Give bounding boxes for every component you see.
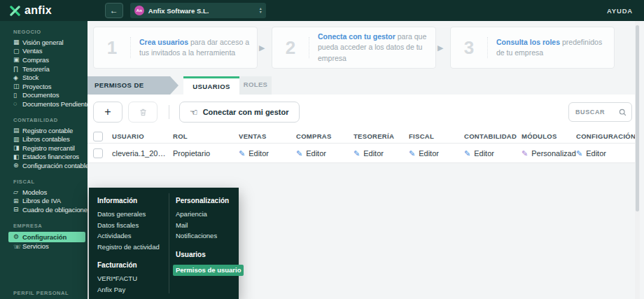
configuration-context-menu: Información Datos generales Datos fiscal…: [89, 188, 239, 299]
edit-pencil-icon[interactable]: ✎: [464, 149, 470, 158]
step-text: Conecta con tu gestor para que pueda acc…: [309, 32, 435, 64]
menu-item-datos-generales[interactable]: Datos generales: [97, 209, 169, 220]
sidebar-item-label: Compras: [22, 56, 49, 64]
sidebar-item-compras[interactable]: ▣ Compras: [0, 55, 88, 64]
pending-circle-icon: ◌: [13, 100, 22, 107]
sidebar-item-modelos[interactable]: ▱ Modelos: [0, 188, 88, 197]
search-input[interactable]: [574, 108, 619, 116]
sidebar-item-label: Visión general: [22, 39, 64, 46]
edit-pencil-icon[interactable]: ✎: [576, 149, 582, 158]
edit-pencil-icon[interactable]: ✎: [296, 149, 302, 158]
sidebar-item-label: Configuración contable: [22, 162, 88, 169]
section-header: NEGOCIO: [0, 27, 88, 38]
company-selector[interactable]: An Anfix Software S.L. ▴ ▾: [130, 3, 266, 18]
select-all-checkbox[interactable]: [93, 132, 103, 141]
obligations-icon: ⊟: [13, 206, 22, 213]
add-user-button[interactable]: +: [93, 102, 122, 123]
trash-icon: [139, 108, 148, 117]
sidebar-item-configuracion-contable[interactable]: ⊛ Configuración contable: [0, 161, 88, 170]
sidebar-item-documentos[interactable]: ▯ Documentos: [0, 91, 88, 100]
back-button[interactable]: ←: [105, 3, 123, 18]
sidebar-item-label: Ventas: [22, 47, 42, 55]
menu-item-verifactu[interactable]: VERI*FACTU: [97, 273, 169, 284]
sidebar-item-ventas[interactable]: ▢ Ventas: [0, 47, 88, 56]
sidebar-item-label: Registro contable: [22, 127, 73, 134]
connect-gestor-label: Conectar con mi gestor: [203, 108, 289, 116]
sidebar-item-label: Tesorería: [22, 65, 50, 73]
sidebar-nav: NEGOCIO ▦ Visión general ▢ Ventas ▣ Comp…: [0, 21, 88, 299]
delete-user-button[interactable]: [128, 102, 158, 123]
menu-item-actividades[interactable]: Actividades: [97, 230, 169, 242]
models-icon: ▱: [13, 188, 22, 195]
step-number: 3: [451, 37, 487, 59]
cell-tesoreria: ✎ Editor: [354, 149, 409, 158]
menu-item-registro-de-actividad[interactable]: Registro de actividad: [97, 242, 169, 253]
sidebar-item-label: Documentos: [22, 91, 59, 99]
menu-item-mail[interactable]: Mail: [176, 220, 244, 231]
cell-fiscal: ✎ Editor: [409, 149, 464, 158]
anfix-app-window: anfix ← An Anfix Software S.L. ▴ ▾ AYUDA…: [0, 0, 644, 299]
document-icon: ▯: [13, 92, 22, 99]
step-number: 1: [94, 37, 130, 59]
sidebar-item-registro-contable[interactable]: ▤ Registro contable: [0, 126, 88, 135]
menu-header-usuarios: Usuarios: [176, 251, 244, 258]
cell-compras: ✎ Editor: [296, 149, 354, 158]
help-link[interactable]: AYUDA: [607, 7, 644, 15]
overview-grid-icon: ▦: [13, 39, 22, 46]
permission-value: Personalizado: [531, 149, 576, 158]
menu-item-permisos-de-usuario[interactable]: Permisos de usuario: [173, 265, 244, 276]
package-icon: ◈: [13, 74, 22, 81]
step-link-conecta-gestor[interactable]: Conecta con tu gestor: [318, 32, 396, 41]
connect-gestor-button[interactable]: ☜ Conectar con mi gestor: [179, 102, 300, 123]
step-link-crea-usuarios[interactable]: Crea usuarios: [139, 38, 188, 46]
sidebar-item-configuracion[interactable]: ⚙ Configuración: [8, 232, 85, 242]
bank-icon: ∏: [13, 65, 22, 72]
sidebar-item-stock[interactable]: ◈ Stock: [0, 73, 88, 82]
sidebar-item-servicios[interactable]: ☏ Servicios: [0, 242, 88, 251]
column-header-usuario: USUARIO: [112, 132, 173, 140]
column-header-ventas: VENTAS: [239, 132, 296, 140]
edit-pencil-icon[interactable]: ✎: [239, 149, 245, 158]
books-icon: ▥: [13, 136, 22, 143]
sidebar-item-registro-mercantil[interactable]: ◨ Registro mercantil: [0, 144, 88, 153]
menu-column-2: Personalización Apariencia Mail Notifica…: [169, 193, 244, 293]
vat-books-icon: ⊞: [13, 197, 22, 204]
company-name: Anfix Software S.L.: [148, 7, 255, 15]
breadcrumb-permisos-de-usuarios: PERMISOS DE USUARIOS: [88, 76, 178, 95]
back-arrow-icon: ←: [110, 6, 118, 15]
column-header-configuracion: CONFIGURACIÓN: [576, 132, 635, 140]
menu-item-notificaciones[interactable]: Notificaciones: [176, 230, 244, 242]
sidebar-item-libros-de-iva[interactable]: ⊞ Libros de IVA: [0, 196, 88, 205]
section-header: PERFIL PERSONAL: [0, 288, 88, 299]
section-header: EMPRESA: [0, 221, 88, 232]
sidebar-item-cuadro-de-obligaciones[interactable]: ⊟ Cuadro de obligaciones: [0, 205, 88, 214]
sidebar-item-libros-contables[interactable]: ▥ Libros contables: [0, 134, 88, 144]
menu-item-apariencia[interactable]: Apariencia: [176, 209, 244, 220]
logo-text: anfix: [24, 4, 52, 17]
column-header-rol: ROL: [173, 132, 239, 140]
sidebar-item-vision-general[interactable]: ▦ Visión general: [0, 38, 88, 47]
cell-modulos: ✎ Personalizado: [522, 149, 576, 158]
menu-item-anfix-pay[interactable]: Anfix Pay: [97, 284, 169, 295]
sidebar-item-proyectos[interactable]: ◫ Proyectos: [0, 82, 88, 91]
tab-roles[interactable]: ROLES: [239, 76, 272, 95]
services-icon: ☏: [13, 243, 22, 250]
edit-pencil-icon[interactable]: ✎: [354, 149, 360, 158]
permission-value: Editor: [474, 149, 494, 158]
step-link-consulta-roles[interactable]: Consulta los roles: [496, 38, 560, 46]
step-text: Consulta los roles predefinidos de tu em…: [488, 37, 614, 58]
scrollbar-thumb[interactable]: [636, 25, 639, 211]
permission-value: Editor: [586, 149, 606, 158]
column-header-fiscal: FISCAL: [409, 132, 464, 140]
edit-pencil-icon[interactable]: ✎: [409, 149, 415, 158]
toolbar: + ☜ Conectar con mi gestor: [88, 95, 635, 130]
menu-item-datos-fiscales[interactable]: Datos fiscales: [97, 220, 169, 231]
edit-pencil-icon-custom[interactable]: ✎: [522, 149, 528, 158]
step-number: 2: [272, 37, 309, 59]
row-checkbox[interactable]: [93, 148, 103, 158]
column-header-modulos: MÓDULOS: [522, 132, 576, 140]
sidebar-item-tesoreria[interactable]: ∏ Tesorería: [0, 64, 88, 74]
sidebar-item-estados-financieros[interactable]: ◧ Estados financieros: [0, 153, 88, 162]
tab-usuarios[interactable]: USUARIOS: [183, 76, 239, 95]
sidebar-item-documentos-pendientes[interactable]: ◌ Documentos Pendientes: [0, 99, 88, 109]
